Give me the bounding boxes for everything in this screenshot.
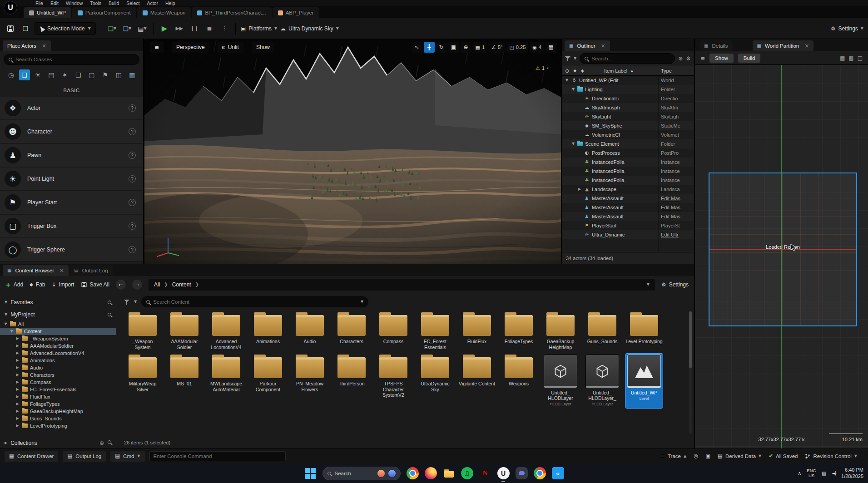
menu-file[interactable]: File <box>32 0 47 6</box>
sidebar-folder-levelprototyping[interactable]: ▶LevelPrototyping <box>0 422 116 429</box>
viewport-canvas[interactable]: ≡ Perspective ◐Unlit Show ↖╋↻▣⊕▦1∠5°◳0.2… <box>144 39 561 264</box>
add-collection-icon[interactable]: ⊕ <box>99 440 104 446</box>
rotate-tool[interactable]: ↻ <box>436 42 447 53</box>
chevron-right-icon[interactable]: ▶ <box>15 380 20 384</box>
start-button[interactable] <box>304 467 317 479</box>
sidebar-folder-foliagetypes[interactable]: ▶FoliageTypes <box>0 400 116 408</box>
capture-icon[interactable]: ▣ <box>705 453 710 459</box>
menu-select[interactable]: Select <box>123 0 143 6</box>
tab-output-log[interactable]: ▤Output Log <box>69 265 112 276</box>
category-recently-placed-icon[interactable]: ◷ <box>5 69 16 80</box>
chevron-down-icon[interactable]: ▼ <box>565 79 569 82</box>
visibility-icon[interactable]: ⊙ <box>565 69 569 74</box>
category-geometry-icon[interactable]: ❏ <box>73 69 84 80</box>
doc-tab-bp-thirdpersoncharact[interactable]: BP_ThirdPersonCharact... <box>192 7 271 18</box>
content-item-vigilante-content[interactable]: Vigilante Content <box>458 354 496 408</box>
outliner-row-directionalli-2[interactable]: ☀DirectionalLiDirectio <box>562 94 694 103</box>
content-item-parkour-component[interactable]: Parkour Component <box>249 354 287 408</box>
tab-place-actors[interactable]: Place Actors× <box>3 40 51 51</box>
chevron-down-icon[interactable]: ▼ <box>571 88 575 91</box>
place-actors-search[interactable] <box>4 54 139 65</box>
category-lights-icon[interactable]: ☀ <box>32 69 43 80</box>
content-item-audio[interactable]: Audio <box>291 311 328 352</box>
play-button[interactable]: ▶ <box>159 23 170 34</box>
outliner-search[interactable] <box>580 53 675 64</box>
chevron-down-icon[interactable]: ▼ <box>10 330 14 333</box>
fab-button[interactable]: ◆Fab <box>30 281 45 288</box>
outliner-row-landscape-12[interactable]: ▶▲LandscapeLandsca <box>562 185 694 194</box>
tab-world-partition[interactable]: ▦World Partition× <box>753 40 814 51</box>
content-item-untitled-wp[interactable]: Untitled_WPLevel <box>625 354 663 408</box>
content-item-foliagetypes[interactable]: FoliageTypes <box>500 311 537 352</box>
chevron-down-icon[interactable]: ▼ <box>571 142 575 146</box>
breadcrumb-content[interactable]: Content <box>172 281 191 288</box>
maximize-viewport-icon[interactable]: ▦ <box>546 42 556 53</box>
cmd-dropdown[interactable]: ▤Cmd▼ <box>110 451 144 462</box>
scale-snap[interactable]: ◳0.25 <box>506 42 528 53</box>
search-icon[interactable] <box>108 313 111 316</box>
category-visual-effects-icon[interactable]: ✶ <box>60 69 70 80</box>
world-space-toggle[interactable]: ⊕ <box>461 42 471 53</box>
content-drawer-button[interactable]: ▦Content Drawer <box>5 451 58 462</box>
sidebar-folder-weaponsystem[interactable]: ▶_WeaponSystem <box>0 335 116 342</box>
place-actor-point-light[interactable]: ☀Point Light? <box>0 168 143 191</box>
filter-icon[interactable] <box>124 300 129 305</box>
trace-dropdown[interactable]: ≡Trace▲ <box>660 453 686 459</box>
content-item-fc-forest-essentials[interactable]: FC_Forest Essentials <box>417 311 454 352</box>
search-icon[interactable] <box>108 301 111 304</box>
item-label-column[interactable]: Item Label <box>604 68 627 74</box>
world-partition-grid[interactable]: Loaded Region 32.77x32.77x32.77 k 10.21 … <box>695 65 868 448</box>
outliner-row-instancedfolia-11[interactable]: ♣InstancedFoliaInstance <box>562 176 694 185</box>
menu-icon[interactable]: ≡ <box>700 55 705 61</box>
stop-button[interactable]: ■ <box>203 23 215 34</box>
console-command-input[interactable] <box>149 451 286 461</box>
category-cinematic-icon[interactable]: ▤ <box>46 69 57 80</box>
place-actor-trigger-sphere[interactable]: ◯Trigger Sphere? <box>0 238 143 262</box>
pause-button[interactable]: ❙❙ <box>188 23 200 34</box>
taskbar-app-netflix[interactable]: N <box>479 467 491 479</box>
play-options-kebab[interactable]: ⋮ <box>218 23 230 34</box>
chevron-right-icon[interactable]: ▶ <box>15 424 20 428</box>
language-switcher[interactable]: ENGUS <box>807 468 816 478</box>
taskbar-search[interactable]: Search <box>322 467 401 480</box>
outliner-row-volumetriccl-6[interactable]: ☁VolumetricClVolumet <box>562 130 694 139</box>
project-section[interactable]: ▼MyProject <box>0 308 116 320</box>
save-status[interactable]: ✔All Saved <box>769 453 798 459</box>
content-item-ms-01[interactable]: MS_01 <box>166 354 203 408</box>
info-icon[interactable]: ◈ <box>580 69 584 73</box>
scrollbar[interactable] <box>689 310 692 434</box>
menu-window[interactable]: Window <box>62 0 86 6</box>
sidebar-folder-all[interactable]: ▼All <box>0 320 116 328</box>
sidebar-folder-aaamodularsoldier[interactable]: ▶AAAModularSoldier <box>0 342 116 350</box>
place-actor-character[interactable]: ☻Character? <box>0 120 143 144</box>
sidebar-folder-advancedlocomotionv4[interactable]: ▶AdvancedLocomotionV4 <box>0 350 116 357</box>
perspective-dropdown[interactable]: Perspective <box>172 42 209 53</box>
clock[interactable]: 6:40 PM1/28/2025 <box>841 467 863 480</box>
outliner-row-ultra-dynamic-17[interactable]: ☼Ultra_DynamicEdit Ultr <box>562 230 694 239</box>
tab-details[interactable]: ▦Details <box>699 40 733 51</box>
content-item-weapon-system[interactable]: _Weapon System <box>124 311 161 352</box>
content-item-compass[interactable]: Compass <box>375 311 412 352</box>
breadcrumb-all[interactable]: All <box>154 281 160 288</box>
blueprints-dropdown[interactable]: ❏▼ <box>121 23 133 34</box>
outliner-row-untitled-wp-edit-0[interactable]: ▼♁Untitled_WP (EditWorld <box>562 76 694 85</box>
sidebar-folder-animations[interactable]: ▶Animations <box>0 357 116 364</box>
cinematics-dropdown[interactable]: ▤▼ <box>136 23 148 34</box>
outliner-row-instancedfolia-10[interactable]: ♣InstancedFoliaInstance <box>562 167 694 176</box>
loaded-region[interactable]: Loaded Region <box>709 172 857 326</box>
content-settings-button[interactable]: ⚙Settings <box>661 281 689 288</box>
show-button[interactable]: Show <box>709 54 734 63</box>
filter-icon[interactable] <box>565 56 570 61</box>
doc-tab-untitled-wp[interactable]: Untitled_WP <box>24 7 71 18</box>
outliner-row-postprocess-8[interactable]: ◐PostProcessPostPro <box>562 148 694 158</box>
place-actor-trigger-box[interactable]: ▢Trigger Box? <box>0 215 143 238</box>
outliner-row-sm-skysphe-5[interactable]: ◆SM_SkySpheStaticMe <box>562 121 694 130</box>
breadcrumb[interactable]: All ❯ Content ❯ ▼ <box>149 279 655 291</box>
sky-dropdown[interactable]: ☁Ultra Dynamic Sky▼ <box>280 25 339 32</box>
outliner-row-skyatmosph-3[interactable]: ☁SkyAtmosphSkyAtm <box>562 103 694 112</box>
outliner-settings-icon[interactable]: ⚙ <box>686 56 691 61</box>
content-item-guns-sounds[interactable]: Guns_Sounds <box>584 311 621 352</box>
menu-build[interactable]: Build <box>105 0 123 6</box>
outliner-row-masterassault-15[interactable]: ♟MasterAssaultEdit Mas <box>562 212 694 221</box>
content-item-weapons[interactable]: Weapons <box>500 354 537 408</box>
